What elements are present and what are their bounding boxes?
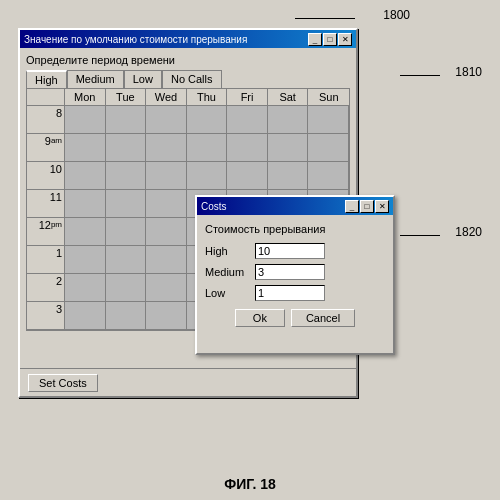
cal-cell-4-2[interactable] [146, 218, 187, 246]
time-cell-3: 11 [27, 190, 65, 218]
cal-cell-1-6[interactable] [308, 134, 349, 162]
cal-cell-1-3[interactable] [187, 134, 228, 162]
ref-label-1810: 1810 [455, 65, 482, 79]
section-label: Определите период времени [26, 54, 350, 66]
time-cell-0: 8 [27, 106, 65, 134]
cal-cell-2-0[interactable] [65, 162, 106, 190]
cal-cell-2-2[interactable] [146, 162, 187, 190]
bottom-bar: Set Costs [20, 368, 356, 396]
ref-label-1800: 1800 [383, 8, 410, 22]
header-sat: Sat [268, 89, 309, 105]
header-sun: Sun [308, 89, 349, 105]
tab-no-calls[interactable]: No Calls [162, 70, 222, 88]
cal-cell-0-5[interactable] [268, 106, 309, 134]
main-title-bar: Значение по умолчанию стоимости прерыван… [20, 30, 356, 48]
cancel-button[interactable]: Cancel [291, 309, 355, 327]
main-window-title: Значение по умолчанию стоимости прерыван… [24, 34, 247, 45]
tab-high[interactable]: High [26, 70, 67, 88]
dialog-title-text: Costs [201, 201, 227, 212]
dialog-maximize-button[interactable]: □ [360, 200, 374, 213]
header-mon: Mon [65, 89, 106, 105]
cal-cell-5-2[interactable] [146, 246, 187, 274]
close-button[interactable]: ✕ [338, 33, 352, 46]
cal-cell-7-1[interactable] [106, 302, 147, 330]
dialog-window: Costs _ □ ✕ Стоимость прерывания High Me… [195, 195, 395, 355]
low-field-label: Low [205, 287, 255, 299]
cal-cell-3-2[interactable] [146, 190, 187, 218]
cal-cell-0-1[interactable] [106, 106, 147, 134]
ref-line-1820 [400, 235, 440, 236]
set-costs-button[interactable]: Set Costs [28, 374, 98, 392]
maximize-button[interactable]: □ [323, 33, 337, 46]
dialog-body: Стоимость прерывания High Medium Low Ok … [197, 215, 393, 335]
cal-cell-2-5[interactable] [268, 162, 309, 190]
cal-cell-2-4[interactable] [227, 162, 268, 190]
tab-medium[interactable]: Medium [67, 70, 124, 88]
medium-field-label: Medium [205, 266, 255, 278]
cal-cell-7-0[interactable] [65, 302, 106, 330]
time-cell-5: 1 [27, 246, 65, 274]
tabs-container: High Medium Low No Calls [26, 70, 350, 88]
ok-button[interactable]: Ok [235, 309, 285, 327]
dialog-minimize-button[interactable]: _ [345, 200, 359, 213]
dialog-title-bar: Costs _ □ ✕ [197, 197, 393, 215]
cal-cell-0-4[interactable] [227, 106, 268, 134]
cal-cell-2-1[interactable] [106, 162, 147, 190]
minimize-button[interactable]: _ [308, 33, 322, 46]
cal-cell-1-4[interactable] [227, 134, 268, 162]
cal-cell-0-0[interactable] [65, 106, 106, 134]
header-tue: Tue [106, 89, 147, 105]
cal-cell-6-0[interactable] [65, 274, 106, 302]
cal-cell-1-2[interactable] [146, 134, 187, 162]
cal-cell-3-0[interactable] [65, 190, 106, 218]
cal-cell-4-0[interactable] [65, 218, 106, 246]
cal-cell-1-0[interactable] [65, 134, 106, 162]
time-cell-1: 9am [27, 134, 65, 162]
dialog-section-label: Стоимость прерывания [205, 223, 385, 235]
title-bar-controls: _ □ ✕ [308, 33, 352, 46]
high-field-row: High [205, 243, 385, 259]
medium-field-row: Medium [205, 264, 385, 280]
ref-line-1810 [400, 75, 440, 76]
high-field-input[interactable] [255, 243, 325, 259]
cal-cell-2-3[interactable] [187, 162, 228, 190]
cal-cell-0-3[interactable] [187, 106, 228, 134]
header-fri: Fri [227, 89, 268, 105]
dialog-buttons: Ok Cancel [205, 309, 385, 327]
cal-cell-6-1[interactable] [106, 274, 147, 302]
cal-cell-7-2[interactable] [146, 302, 187, 330]
header-time-spacer [27, 89, 65, 105]
ref-label-1820: 1820 [455, 225, 482, 239]
cal-cell-5-1[interactable] [106, 246, 147, 274]
cal-cell-0-6[interactable] [308, 106, 349, 134]
dialog-close-button[interactable]: ✕ [375, 200, 389, 213]
high-field-label: High [205, 245, 255, 257]
ref-line-1800 [295, 18, 355, 19]
figure-label: ФИГ. 18 [0, 476, 500, 492]
low-field-row: Low [205, 285, 385, 301]
dialog-title-controls: _ □ ✕ [345, 200, 389, 213]
cal-cell-3-1[interactable] [106, 190, 147, 218]
medium-field-input[interactable] [255, 264, 325, 280]
cal-cell-4-1[interactable] [106, 218, 147, 246]
header-thu: Thu [187, 89, 228, 105]
cal-cell-6-2[interactable] [146, 274, 187, 302]
calendar-header: Mon Tue Wed Thu Fri Sat Sun [27, 89, 349, 106]
header-wed: Wed [146, 89, 187, 105]
time-cell-4: 12pm [27, 218, 65, 246]
low-field-input[interactable] [255, 285, 325, 301]
time-cell-2: 10 [27, 162, 65, 190]
cal-cell-5-0[interactable] [65, 246, 106, 274]
cal-cell-1-1[interactable] [106, 134, 147, 162]
time-cell-6: 2 [27, 274, 65, 302]
cal-cell-1-5[interactable] [268, 134, 309, 162]
tab-low[interactable]: Low [124, 70, 162, 88]
time-cell-7: 3 [27, 302, 65, 330]
cal-cell-0-2[interactable] [146, 106, 187, 134]
cal-cell-2-6[interactable] [308, 162, 349, 190]
